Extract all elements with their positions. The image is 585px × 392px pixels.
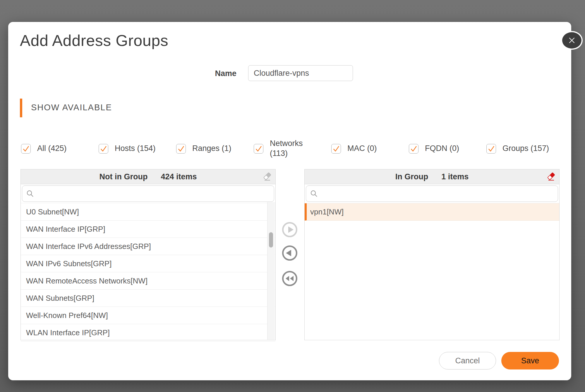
filter-checkbox-groups[interactable]: [486, 144, 496, 154]
search-icon: [310, 190, 318, 197]
filter-hosts: Hosts (154): [99, 144, 176, 154]
list-item[interactable]: U0 Subnet[NW]: [21, 203, 275, 221]
filter-checkbox-all[interactable]: [21, 144, 31, 154]
list-item[interactable]: WAN RemoteAccess Networks[NW]: [21, 272, 275, 290]
list-scrollbar-track[interactable]: [267, 202, 275, 340]
clear-in-group-button[interactable]: [546, 172, 556, 181]
filter-checkbox-mac[interactable]: [331, 144, 341, 154]
list-item[interactable]: WLAN Interface IP[GRP]: [21, 324, 275, 341]
list-item[interactable]: WAN Interface IPv6 Addresses[GRP]: [21, 238, 275, 255]
not-in-group-header: Not in Group 424 items: [21, 169, 275, 184]
list-item[interactable]: WAN Interface IP[GRP]: [21, 221, 275, 238]
in-group-list: vpn1[NW]: [305, 203, 559, 221]
eraser-icon: [263, 172, 272, 181]
filter-checkbox-fqdn[interactable]: [409, 144, 418, 154]
filter-label: Groups (157): [502, 144, 549, 154]
close-icon: [568, 37, 576, 44]
left-arrow-icon: [282, 245, 298, 261]
search-icon: [26, 190, 34, 197]
filter-mac: MAC (0): [331, 144, 409, 154]
list-item[interactable]: WAN Subnets[GRP]: [21, 290, 275, 307]
save-button[interactable]: Save: [501, 352, 559, 369]
section-accent-bar: [20, 99, 22, 117]
filter-checkbox-hosts[interactable]: [99, 144, 108, 154]
panel-title: Not in Group: [99, 172, 147, 181]
move-left-button[interactable]: [282, 245, 298, 261]
filter-groups: Groups (157): [486, 144, 564, 154]
not-in-group-panel: Not in Group 424 items U0 Subnet[NW]: [20, 169, 276, 340]
show-available-heading: SHOW AVAILABLE: [31, 103, 112, 112]
name-label: Name: [178, 69, 236, 78]
eraser-icon: [547, 172, 555, 181]
right-arrow-icon: [282, 222, 298, 238]
panel-item-count: 424 items: [161, 172, 197, 181]
filter-checkbox-networks[interactable]: [254, 144, 263, 154]
filter-all: All (425): [21, 144, 99, 154]
checkmark-icon: [254, 144, 263, 154]
filter-networks: Networks (113): [254, 139, 331, 159]
filter-label: Hosts (154): [115, 144, 156, 154]
in-group-search-input[interactable]: [320, 187, 558, 200]
not-in-group-search-input[interactable]: [36, 187, 274, 200]
list-scrollbar-thumb[interactable]: [269, 232, 273, 247]
close-button[interactable]: [561, 31, 583, 50]
panel-item-count: 1 items: [441, 172, 469, 181]
not-in-group-list: U0 Subnet[NW] WAN Interface IP[GRP] WAN …: [21, 203, 275, 341]
checkmark-icon: [409, 144, 418, 154]
checkmark-icon: [176, 144, 186, 154]
cancel-button[interactable]: Cancel: [439, 352, 496, 369]
checkmark-icon: [332, 144, 341, 154]
filter-label: All (425): [37, 144, 67, 154]
not-in-group-search: [22, 185, 274, 202]
checkmark-icon: [21, 144, 30, 154]
in-group-header: In Group 1 items: [305, 169, 559, 184]
filter-label: FQDN (0): [425, 144, 459, 154]
in-group-search: [306, 185, 558, 202]
name-input[interactable]: [248, 65, 353, 81]
checkmark-icon: [487, 144, 496, 154]
double-left-arrow-icon: [282, 271, 298, 286]
move-right-button[interactable]: [282, 222, 298, 238]
filter-fqdn: FQDN (0): [409, 144, 486, 154]
type-filter-row: All (425) Hosts (154) Ranges (1) Network…: [21, 137, 571, 160]
filter-label: Networks (113): [270, 139, 303, 159]
list-item-selected[interactable]: vpn1[NW]: [305, 203, 559, 221]
filter-ranges: Ranges (1): [176, 144, 254, 154]
panel-title: In Group: [395, 172, 428, 181]
move-all-left-button[interactable]: [282, 271, 298, 286]
filter-label: MAC (0): [347, 144, 377, 154]
filter-checkbox-ranges[interactable]: [176, 144, 186, 154]
dialog-title: Add Address Groups: [20, 31, 168, 49]
checkmark-icon: [99, 144, 108, 154]
filter-label: Ranges (1): [192, 144, 231, 154]
list-item[interactable]: WAN IPv6 Subnets[GRP]: [21, 255, 275, 272]
in-group-panel: In Group 1 items vpn1[NW]: [304, 169, 560, 340]
add-address-groups-dialog: Add Address Groups Name SHOW AVAILABLE A…: [8, 22, 571, 380]
list-item[interactable]: Well-Known Pref64[NW]: [21, 307, 275, 324]
clear-not-in-group-button[interactable]: [263, 172, 272, 181]
